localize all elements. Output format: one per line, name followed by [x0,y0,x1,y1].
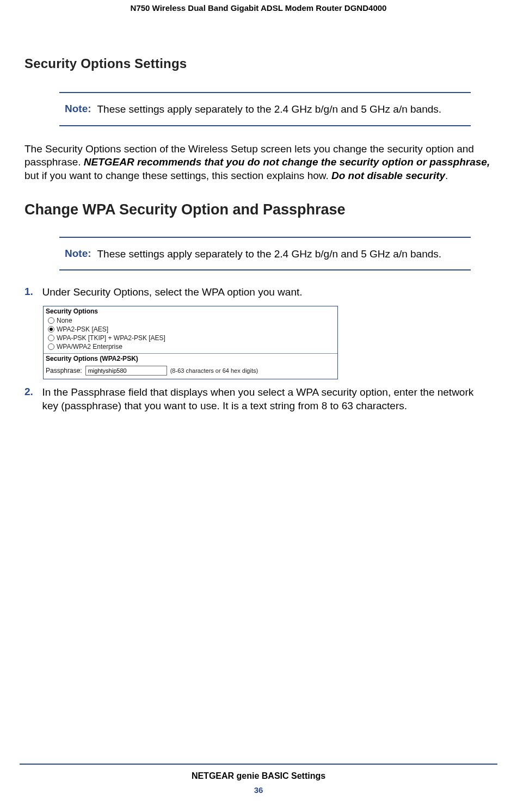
radio-label: WPA-PSK [TKIP] + WPA2-PSK [AES] [57,334,165,342]
passphrase-label: Passphrase: [46,367,82,374]
step-number: 1. [24,286,40,298]
passphrase-input[interactable]: mightyship580 [85,366,167,376]
note-block-1: Note: These settings apply separately to… [59,92,471,126]
para-strong-do-not-disable: Do not disable security [331,170,445,181]
passphrase-hint: (8-63 characters or 64 hex digits) [170,367,258,374]
step-number: 2. [24,386,40,398]
note-text: These settings apply separately to the 2… [97,103,445,116]
radio-icon [48,326,54,333]
radio-option-wpa-wpa2-enterprise[interactable]: WPA/WPA2 Enterprise [46,342,335,351]
figure-title-wpa2-psk: Security Options (WPA2-PSK) [44,354,337,362]
footer-page-number: 36 [0,785,517,795]
step-text: Under Security Options, select the WPA o… [42,286,488,299]
radio-option-wpa2-psk-aes[interactable]: WPA2-PSK [AES] [46,325,335,334]
radio-option-wpa-psk-tkip-plus-wpa2-psk-aes[interactable]: WPA-PSK [TKIP] + WPA2-PSK [AES] [46,334,335,342]
radio-label: WPA/WPA2 Enterprise [57,343,122,350]
figure-security-options: Security Options None WPA2-PSK [AES] WPA… [43,306,338,379]
figure-title-security-options: Security Options [46,307,335,315]
footer-rule [20,764,497,765]
radio-label: None [57,317,72,324]
radio-label: WPA2-PSK [AES] [57,325,108,333]
step-text: In the Passphrase field that displays wh… [42,386,488,413]
section-title-security-options-settings: Security Options Settings [24,56,493,71]
note-label: Note: [65,103,95,115]
para-text-e: . [445,170,448,181]
page-footer: NETGEAR genie BASIC Settings 36 [0,764,517,795]
radio-option-none[interactable]: None [46,316,335,325]
radio-icon [48,343,54,350]
radio-icon [48,317,54,324]
figure-section-security-options: Security Options None WPA2-PSK [AES] WPA… [44,306,337,354]
step-1: 1. Under Security Options, select the WP… [24,286,493,299]
footer-title: NETGEAR genie BASIC Settings [0,771,517,781]
step-2: 2. In the Passphrase field that displays… [24,386,493,413]
note-block-2: Note: These settings apply separately to… [59,237,471,271]
note-label: Note: [65,248,95,260]
figure-section-wpa2-psk: Security Options (WPA2-PSK) Passphrase: … [44,354,337,379]
note-text: These settings apply separately to the 2… [97,248,445,261]
running-header: N750 Wireless Dual Band Gigabit ADSL Mod… [0,0,517,13]
paragraph-security-options-intro: The Security Options section of the Wire… [24,143,493,183]
para-text-c: but if you want to change these settings… [24,170,331,181]
radio-icon [48,335,54,341]
para-strong-recommend: NETGEAR recommends that you do not chang… [84,156,490,168]
subsection-title-change-wpa: Change WPA Security Option and Passphras… [24,201,493,218]
